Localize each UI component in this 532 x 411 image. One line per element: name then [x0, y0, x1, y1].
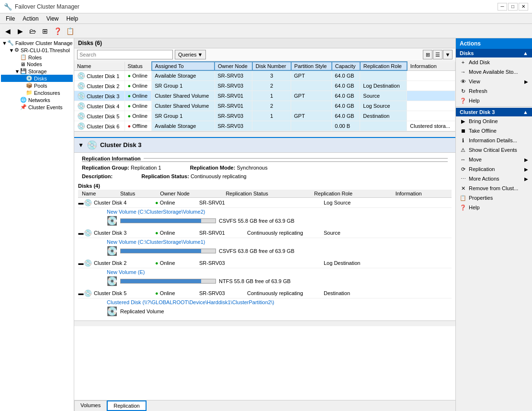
question-button[interactable]: ❓ — [52, 25, 63, 37]
horiz-scroll-top[interactable] — [74, 131, 455, 137]
sub-col-name[interactable]: Name — [78, 190, 116, 198]
menu-action[interactable]: Action — [19, 14, 42, 23]
row-expand-2[interactable]: ▬ — [78, 260, 84, 266]
disk-table-row[interactable]: 💿Cluster Disk 4 ● Online Cluster Shared … — [74, 101, 455, 111]
disks-collapse-icon[interactable]: ▲ — [523, 50, 528, 56]
expand-icon[interactable]: ▼ — [2, 40, 7, 46]
cluster-action-3[interactable]: ⚠ Show Critical Events — [456, 145, 532, 155]
col-partition[interactable]: Partition Style — [291, 62, 332, 70]
row-expand-0[interactable]: ▬ — [78, 200, 84, 206]
sub-col-owner[interactable]: Owner Node — [156, 190, 222, 198]
cell-name: 💿Cluster Disk 5 — [74, 111, 125, 121]
action-label-4: Help — [469, 98, 480, 103]
disk-action-0[interactable]: + Add Disk — [456, 57, 532, 67]
disks-subsection: Disks (4) Name Status Owner Node Replica… — [78, 183, 452, 319]
disk-table-row[interactable]: 💿Cluster Disk 1 ● Online Available Stora… — [74, 70, 455, 80]
tree-item-pools[interactable]: 📦 Pools — [1, 82, 73, 89]
row-expand-1[interactable]: ▬ — [78, 230, 84, 236]
sub-name-0: Cluster Disk 4 — [94, 200, 151, 206]
menu-file[interactable]: File — [2, 14, 19, 23]
tree-item-enclosures[interactable]: 📁 Enclosures — [1, 89, 73, 96]
queries-button[interactable]: Queries ▼ — [175, 50, 206, 59]
col-owner[interactable]: Owner Node — [215, 62, 252, 70]
col-info[interactable]: Information — [407, 62, 455, 70]
col-name[interactable]: Name — [74, 62, 125, 70]
minimize-button[interactable]: ─ — [498, 3, 507, 11]
col-capacity[interactable]: Capacity — [332, 62, 360, 70]
volume-row-2-0: New Volume (E) 💽 NTFS 55.8 GB free of 63… — [78, 268, 452, 288]
disk-table-row[interactable]: 💿Cluster Disk 2 ● Online SR Group 1 SR-S… — [74, 80, 455, 91]
cell-partition: GPT — [291, 91, 332, 101]
cluster-action-label-3: Show Critical Events — [469, 147, 517, 153]
sub-col-repstatus[interactable]: Replication Status — [222, 190, 310, 198]
disk-table-row[interactable]: 💿Cluster Disk 3 ● Online Cluster Shared … — [74, 91, 455, 101]
sub-col-status[interactable]: Status — [116, 190, 156, 198]
volume-row-0-0: New Volume (C:\ClusterStorage\Volume2) 💽… — [78, 208, 452, 228]
horiz-scroll-bottom[interactable] — [74, 320, 455, 326]
grid-button[interactable]: ⊞ — [39, 25, 51, 37]
cluster-action-6[interactable]: ⋯ More Actions ▶ — [456, 174, 532, 183]
tree-item-storage[interactable]: ▼ 💾 Storage — [1, 68, 73, 75]
detail-expand-icon[interactable]: ▼ — [78, 142, 84, 148]
disks-title: Disks (6) — [78, 40, 102, 46]
disk-table-row[interactable]: 💿Cluster Disk 6 ● Offline Available Stor… — [74, 121, 455, 131]
tree-item-roles[interactable]: 📋 Roles — [1, 54, 73, 61]
tree-item-nodes[interactable]: 🖥 Nodes — [1, 61, 73, 68]
disk-action-1[interactable]: → Move Available Sto... — [456, 67, 532, 77]
cell-capacity: 64.0 GB — [332, 111, 360, 121]
disk-vol-icon-2-0: 💽 — [107, 276, 117, 286]
col-disknum[interactable]: Disk Number — [252, 62, 291, 70]
forward-button[interactable]: ▶ — [14, 25, 26, 37]
cluster-action-5[interactable]: ⟳ Replication ▶ — [456, 164, 532, 174]
menu-view[interactable]: View — [43, 14, 63, 23]
tab-replication[interactable]: Replication — [107, 400, 146, 411]
disk-detail-row: ▬ 💿 Cluster Disk 4 ● Online SR-SRV01 Log… — [78, 198, 452, 228]
disk-vol-icon-0-0: 💽 — [107, 216, 117, 226]
col-reprole[interactable]: Replication Role — [360, 62, 407, 70]
disks-section-header: Disks (6) — [74, 38, 455, 48]
back-button[interactable]: ◀ — [2, 25, 13, 37]
tree-item-root[interactable]: ▼ 🔧 Failover Cluster Manage — [1, 39, 73, 46]
left-panel: ▼ 🔧 Failover Cluster Manage ▼ ⚙ SR-CLU-0… — [0, 38, 74, 411]
cluster-action-9[interactable]: ❓ Help — [456, 203, 532, 212]
disk-action-4[interactable]: ❓ Help — [456, 96, 532, 105]
sub-col-reprole[interactable]: Replication Role — [310, 190, 392, 198]
disk-action-2[interactable]: 👁 View ▶ — [456, 77, 532, 86]
sub-status-0: ● Online — [151, 200, 199, 206]
folder-button[interactable]: 🗁 — [27, 25, 38, 37]
col-status[interactable]: Status — [125, 62, 152, 70]
list-button[interactable]: 📋 — [64, 25, 76, 37]
menu-help[interactable]: Help — [63, 14, 82, 23]
replication-detail-row1: Replication Group: Replication 1 Replica… — [78, 163, 452, 172]
view-icon-btn1[interactable]: ⊞ — [423, 50, 432, 59]
tree-label-storage: Storage — [28, 68, 47, 74]
view-icon-btn2[interactable]: ☰ — [433, 50, 442, 59]
cluster-action-7[interactable]: ✕ Remove from Clust... — [456, 183, 532, 193]
maximize-button[interactable]: □ — [508, 3, 518, 11]
disk-action-3[interactable]: ↻ Refresh — [456, 86, 532, 96]
view-icon-btn3[interactable]: ▼ — [443, 50, 453, 59]
cluster-action-1[interactable]: ⏹ Take Offline — [456, 126, 532, 136]
tree-item-disks[interactable]: 💿 Disks — [1, 75, 73, 82]
actions-title: Actions — [460, 40, 481, 47]
expand-icon-cluster[interactable]: ▼ — [9, 47, 14, 53]
tab-volumes[interactable]: Volumes — [74, 400, 107, 411]
col-assigned[interactable]: Assigned To — [152, 62, 215, 70]
cluster-disk-collapse-icon[interactable]: ▲ — [523, 109, 528, 115]
sub-col-info[interactable]: Information — [392, 190, 452, 198]
cluster-action-2[interactable]: ℹ Information Details... — [456, 136, 532, 145]
row-expand-3[interactable]: ▬ — [78, 290, 84, 296]
tree-item-events[interactable]: 📌 Cluster Events — [1, 103, 73, 111]
cell-info: Clustered stora... — [407, 121, 455, 131]
tree-item-cluster[interactable]: ▼ ⚙ SR-CLU-01.Threshol — [1, 46, 73, 54]
disk-table-row[interactable]: 💿Cluster Disk 5 ● Online SR Group 1 SR-S… — [74, 111, 455, 121]
storage-icon: 💾 — [20, 68, 27, 74]
cluster-action-8[interactable]: 📋 Properties — [456, 193, 532, 203]
cluster-action-4[interactable]: ↔ Move ▶ — [456, 155, 532, 164]
tree-item-networks[interactable]: 🌐 Networks — [1, 96, 73, 103]
cluster-action-0[interactable]: ▶ Bring Online — [456, 116, 532, 126]
action-label-1: Move Available Sto... — [469, 69, 518, 75]
expand-icon-storage[interactable]: ▼ — [14, 68, 20, 74]
search-input[interactable] — [77, 50, 173, 59]
close-button[interactable]: ✕ — [519, 3, 528, 11]
